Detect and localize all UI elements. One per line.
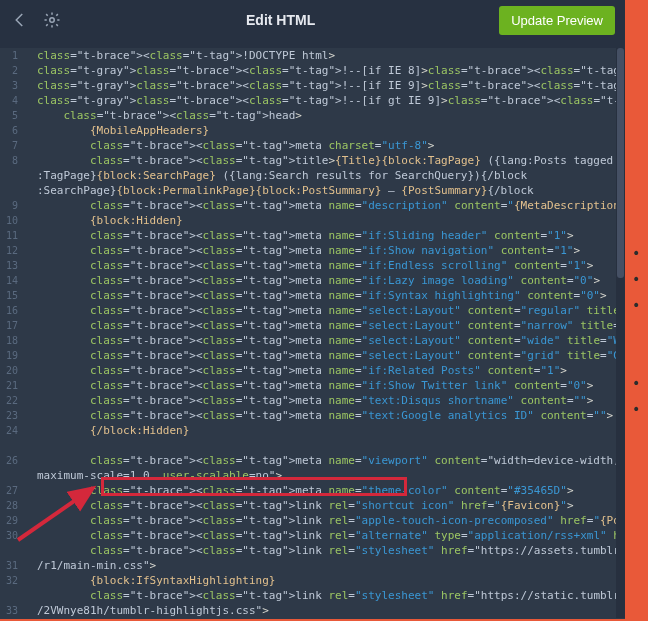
code-line[interactable]: class="t-gray">class="t-brace"><class="t…: [37, 63, 625, 78]
code-line[interactable]: class="t-brace"><class="t-tag">link rel=…: [37, 498, 574, 513]
header-bar: Edit HTML Update Preview: [0, 0, 625, 40]
code-line[interactable]: {block:IfSyntaxHighlighting}: [37, 573, 275, 588]
code-line[interactable]: class="t-gray">class="t-brace"><class="t…: [37, 93, 625, 108]
side-dots: •••••: [632, 240, 640, 422]
code-editor[interactable]: 1234567891011121314151617181920212223242…: [0, 48, 625, 619]
code-line[interactable]: class="t-brace"><class="t-tag">meta name…: [37, 318, 625, 333]
code-line[interactable]: {block:Hidden}: [37, 213, 183, 228]
scrollbar-thumb[interactable]: [617, 48, 624, 278]
code-line[interactable]: class="t-brace"><class="t-tag">meta name…: [37, 243, 580, 258]
code-line[interactable]: {/block:Hidden}: [37, 423, 189, 438]
code-line[interactable]: class="t-brace"><class="t-tag">meta name…: [37, 273, 600, 288]
code-line[interactable]: class="t-brace"><class="t-tag">meta name…: [37, 378, 593, 393]
code-line[interactable]: class="t-brace"><class="t-tag">meta name…: [37, 258, 593, 273]
code-line[interactable]: class="t-brace"><class="t-tag">meta char…: [37, 138, 434, 153]
update-preview-button[interactable]: Update Preview: [499, 6, 615, 35]
code-area[interactable]: class="t-brace"><class="t-tag">!DOCTYPE …: [30, 48, 622, 619]
code-line[interactable]: class="t-brace"><class="t-tag">link rel=…: [37, 543, 625, 558]
code-line[interactable]: :TagPage}{block:SearchPage} ({lang:Searc…: [37, 168, 527, 183]
code-line[interactable]: class="t-brace"><class="t-tag">head>: [37, 108, 302, 123]
line-gutter: 1234567891011121314151617181920212223242…: [0, 48, 28, 619]
editor-panel: Edit HTML Update Preview 123456789101112…: [0, 0, 625, 619]
code-line[interactable]: class="t-brace"><class="t-tag">meta name…: [37, 303, 625, 318]
svg-point-0: [50, 18, 55, 23]
code-line[interactable]: class="t-brace"><class="t-tag">meta name…: [37, 288, 607, 303]
code-line[interactable]: class="t-brace"><class="t-tag">link rel=…: [37, 513, 625, 528]
code-line[interactable]: class="t-brace"><class="t-tag">meta name…: [37, 393, 593, 408]
code-line[interactable]: class="t-brace"><class="t-tag">meta name…: [37, 348, 625, 363]
code-line[interactable]: class="t-brace"><class="t-tag">meta name…: [37, 198, 625, 213]
code-line[interactable]: class="t-brace"><class="t-tag">!DOCTYPE …: [37, 48, 335, 63]
code-line[interactable]: class="t-brace"><class="t-tag">meta name…: [37, 363, 567, 378]
code-line[interactable]: class="t-brace"><class="t-tag">link rel=…: [37, 528, 625, 543]
code-line[interactable]: {/block:IfSyntaxHighlighting}: [37, 618, 282, 619]
code-line[interactable]: maximum-scale=1.0, user-scalable=no">: [37, 468, 282, 483]
scrollbar[interactable]: [616, 48, 625, 618]
code-line[interactable]: /r1/main-min.css">: [37, 558, 156, 573]
code-line[interactable]: class="t-brace"><class="t-tag">meta name…: [37, 483, 574, 498]
code-line[interactable]: class="t-brace"><class="t-tag">meta name…: [37, 228, 574, 243]
code-line[interactable]: class="t-brace"><class="t-tag">meta name…: [37, 453, 625, 468]
gear-icon[interactable]: [42, 10, 62, 30]
code-line[interactable]: {MobileAppHeaders}: [37, 123, 209, 138]
code-line[interactable]: class="t-brace"><class="t-tag">meta name…: [37, 333, 625, 348]
page-title: Edit HTML: [74, 12, 487, 28]
code-line[interactable]: /2VWnye81h/tumblr-highlightjs.css">: [37, 603, 269, 618]
code-line[interactable]: :SearchPage}{block:PermalinkPage}{block:…: [37, 183, 534, 198]
code-line[interactable]: class="t-gray">class="t-brace"><class="t…: [37, 78, 625, 93]
code-line[interactable]: class="t-brace"><class="t-tag">meta name…: [37, 408, 613, 423]
back-arrow-icon[interactable]: [10, 10, 30, 30]
code-line[interactable]: class="t-brace"><class="t-tag">title>{Ti…: [37, 153, 625, 168]
code-line[interactable]: class="t-brace"><class="t-tag">link rel=…: [37, 588, 625, 603]
